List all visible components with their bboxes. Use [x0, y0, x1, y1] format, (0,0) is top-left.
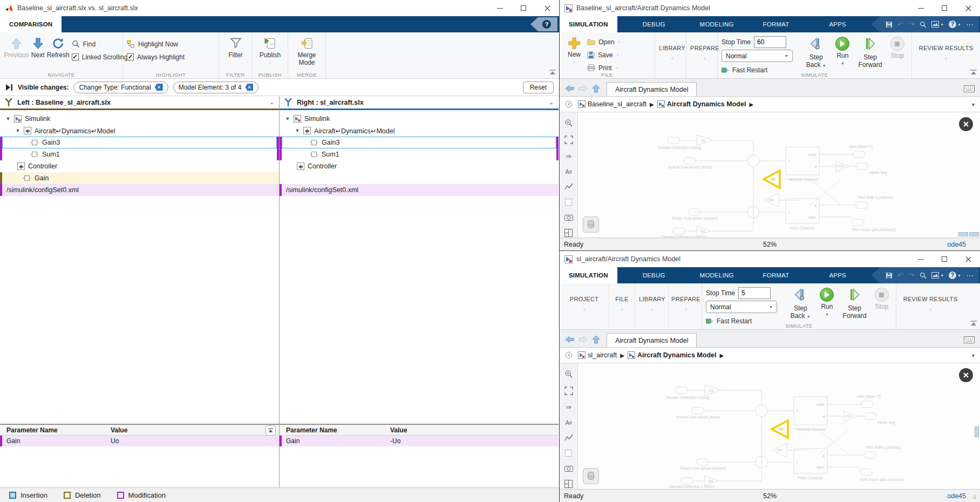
tab-format[interactable]: FORMAT [754, 267, 799, 283]
v-scrollbar[interactable] [975, 426, 979, 437]
annotation-icon[interactable]: A≡ [566, 168, 572, 175]
param-value-header[interactable]: Value [390, 426, 407, 434]
step-forward-button[interactable]: StepForward [856, 35, 885, 69]
h-scrollbar[interactable] [969, 232, 979, 236]
highlight-now-button[interactable]: Highlight Now [127, 38, 185, 50]
close-icon[interactable] [956, 251, 980, 267]
run-button[interactable]: Run ▼ [816, 286, 838, 317]
data-inspector-button[interactable] [583, 216, 599, 233]
help-icon[interactable]: ? [542, 20, 551, 29]
step-back-button[interactable]: StepBack ▼ [787, 286, 814, 320]
tab-comparison[interactable]: COMPARISON [0, 16, 62, 32]
keyboard-icon[interactable] [964, 85, 975, 92]
stop-button[interactable]: Stop [872, 286, 892, 311]
forward-icon[interactable] [579, 85, 588, 92]
merge-mode-button[interactable]: Merge Mode [292, 35, 322, 67]
minimize-icon[interactable] [909, 251, 933, 267]
close-icon[interactable] [535, 0, 559, 16]
collapse-toolstrip-button[interactable] [970, 321, 977, 326]
help-badge[interactable]: ? [530, 17, 557, 31]
search-icon[interactable] [920, 272, 927, 279]
reset-button[interactable]: Reset [523, 82, 554, 93]
close-highlight-icon[interactable] [959, 368, 973, 382]
chevron-down-icon[interactable]: ▾ [972, 352, 975, 358]
back-icon[interactable] [565, 85, 574, 92]
keyboard-icon[interactable] [964, 336, 975, 343]
solver-link[interactable]: ode45 [947, 241, 966, 248]
save-button[interactable]: Save▼ [587, 49, 621, 60]
expand-arrow-icon[interactable]: ▼ [5, 116, 11, 121]
tree-row-gain3[interactable]: Gain3 [280, 137, 559, 148]
help-icon[interactable]: ?▼ [949, 21, 961, 28]
remove-chip-icon[interactable]: ✕ [155, 84, 163, 91]
tab-apps[interactable]: APPS [820, 16, 855, 32]
publish-button[interactable]: </> Publish ▼ [256, 35, 284, 65]
file-button[interactable]: FILE▼ [613, 286, 631, 321]
breadcrumb-current[interactable]: Aircraft Dynamics Model [667, 100, 746, 108]
new-button[interactable]: New ▼ [563, 35, 585, 65]
param-name-header[interactable]: Parameter Name [280, 426, 390, 434]
remove-chip-icon[interactable]: ✕ [245, 84, 253, 91]
refresh-button[interactable]: Refresh [47, 35, 70, 59]
camera-icon[interactable] [564, 214, 573, 221]
right-param-row[interactable]: Gain -Uo [280, 436, 559, 446]
tree-row-controller[interactable]: Controller [0, 160, 279, 172]
expand-arrow-icon[interactable]: ▼ [285, 116, 290, 121]
maximize-icon[interactable] [512, 0, 535, 16]
expand-arrow-icon[interactable]: ▼ [295, 128, 300, 133]
tab-apps[interactable]: APPS [820, 267, 855, 283]
up-icon[interactable] [592, 335, 600, 344]
close-icon[interactable] [956, 0, 980, 16]
param-name-header[interactable]: Parameter Name [0, 426, 111, 434]
capture-icon[interactable]: ▼ [931, 272, 944, 279]
tab-format[interactable]: FORMAT [754, 16, 799, 32]
breadcrumb-root[interactable]: sl_aircraft [588, 351, 617, 359]
redo-icon[interactable]: ↷ [908, 21, 915, 28]
prepare-button[interactable]: PREPARE▼ [672, 286, 699, 321]
step-forward-button[interactable]: StepForward [840, 286, 869, 320]
tree-row-gain-deleted[interactable]: Gain [0, 172, 279, 184]
maximize-icon[interactable] [933, 251, 956, 267]
stop-time-input[interactable] [738, 287, 771, 299]
save-icon[interactable] [886, 21, 893, 28]
left-pane-header[interactable]: Left : Baseline_sl_aircraft.slx ⌄ [0, 96, 279, 110]
document-tab[interactable]: Aircraft Dynamics Model [607, 82, 697, 97]
next-button[interactable]: Next [31, 35, 45, 59]
shape-icon[interactable] [565, 450, 572, 457]
review-results-button[interactable]: REVIEW RESULTS▼ [900, 286, 961, 321]
prepare-button[interactable]: PREPARE▼ [690, 35, 719, 70]
skip-filter-icon[interactable] [5, 84, 13, 91]
zoom-icon[interactable] [564, 119, 573, 127]
right-pane-header[interactable]: Right : sl_aircraft.slx ⌄ [280, 96, 559, 110]
more-options-icon[interactable]: ⋯ [966, 272, 974, 279]
model-canvas[interactable]: Zd Uo Mw Md 1/Uo 1 wdot w 1 q qdot Verti… [578, 112, 980, 238]
tab-debug[interactable]: DEBUG [634, 16, 675, 32]
sim-mode-dropdown[interactable]: Normal▼ [706, 301, 777, 313]
run-button[interactable]: Run ▼ [832, 35, 853, 66]
review-results-button[interactable]: REVIEW RESULTS▼ [916, 35, 976, 70]
zoom-icon[interactable] [564, 370, 573, 378]
stop-button[interactable]: Stop [887, 35, 908, 60]
document-tab[interactable]: Aircraft Dynamics Model [607, 333, 697, 348]
chart-icon[interactable] [564, 434, 573, 442]
hide-explorer-icon[interactable] [565, 100, 573, 108]
open-button[interactable]: Open▼ [587, 36, 621, 48]
tree-row-aircraft-dynamics-model[interactable]: ▼ Aircraft↵Dynamics↵Model [280, 125, 559, 137]
library-button[interactable]: LIBRARY▼ [659, 35, 685, 70]
signal-routing-icon[interactable]: ⇒ [566, 152, 571, 160]
left-param-row[interactable]: Gain Uo [0, 436, 279, 446]
more-options-icon[interactable]: ⋯ [966, 21, 974, 28]
tab-debug[interactable]: DEBUG [634, 267, 675, 283]
tree-row-aircraft-dynamics-model[interactable]: ▼ Aircraft↵Dynamics↵Model [0, 125, 279, 137]
help-icon[interactable]: ?▼ [949, 272, 961, 279]
step-back-button[interactable]: StepBack ▼ [802, 35, 829, 69]
tree-row-sum1[interactable]: Sum1 [0, 148, 279, 160]
undo-icon[interactable]: ↶ [897, 272, 904, 279]
undo-icon[interactable]: ↶ [897, 21, 904, 28]
filter-button[interactable]: Filter [223, 35, 248, 59]
layout-icon[interactable] [564, 480, 573, 488]
signal-routing-icon[interactable]: ⇒ [566, 403, 571, 411]
linked-scrolling-checkbox[interactable]: ✓ Linked Scrolling [72, 51, 128, 63]
redo-icon[interactable]: ↷ [908, 272, 915, 279]
chip-change-type[interactable]: Change Type: Functional ✕ [73, 82, 168, 93]
